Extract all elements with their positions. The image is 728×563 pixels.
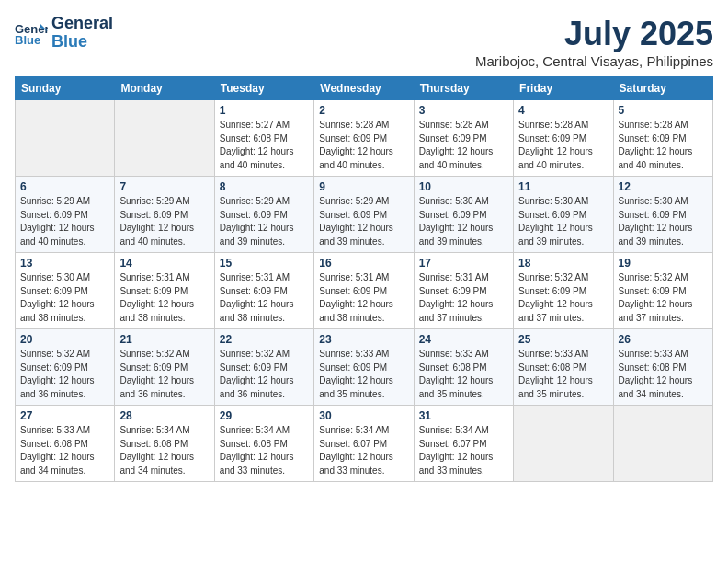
logo: General Blue General Blue bbox=[15, 15, 113, 52]
calendar-week-row: 27Sunrise: 5:33 AMSunset: 6:08 PMDayligh… bbox=[16, 406, 713, 482]
day-info: Sunrise: 5:28 AMSunset: 6:09 PMDaylight:… bbox=[419, 119, 508, 172]
calendar-cell bbox=[613, 406, 712, 482]
day-number: 9 bbox=[319, 180, 408, 193]
month-title: July 2025 bbox=[475, 15, 713, 53]
day-info: Sunrise: 5:32 AMSunset: 6:09 PMDaylight:… bbox=[220, 348, 309, 401]
day-info: Sunrise: 5:27 AMSunset: 6:08 PMDaylight:… bbox=[220, 119, 309, 172]
svg-text:Blue: Blue bbox=[15, 33, 40, 46]
day-info: Sunrise: 5:32 AMSunset: 6:09 PMDaylight:… bbox=[119, 348, 209, 401]
calendar-cell: 31Sunrise: 5:34 AMSunset: 6:07 PMDayligh… bbox=[414, 406, 513, 482]
day-info: Sunrise: 5:32 AMSunset: 6:09 PMDaylight:… bbox=[518, 271, 608, 325]
day-info: Sunrise: 5:32 AMSunset: 6:09 PMDaylight:… bbox=[20, 348, 109, 401]
day-number: 16 bbox=[319, 257, 408, 270]
calendar-cell: 15Sunrise: 5:31 AMSunset: 6:09 PMDayligh… bbox=[214, 253, 313, 329]
calendar-cell: 26Sunrise: 5:33 AMSunset: 6:08 PMDayligh… bbox=[613, 329, 712, 406]
day-info: Sunrise: 5:29 AMSunset: 6:09 PMDaylight:… bbox=[20, 195, 109, 248]
calendar-cell: 16Sunrise: 5:31 AMSunset: 6:09 PMDayligh… bbox=[314, 253, 414, 329]
day-info: Sunrise: 5:30 AMSunset: 6:09 PMDaylight:… bbox=[518, 195, 608, 248]
calendar-cell: 5Sunrise: 5:28 AMSunset: 6:09 PMDaylight… bbox=[613, 100, 712, 177]
day-number: 24 bbox=[419, 333, 508, 346]
logo-text: General Blue bbox=[51, 15, 113, 52]
calendar-cell: 30Sunrise: 5:34 AMSunset: 6:07 PMDayligh… bbox=[314, 406, 414, 482]
calendar-cell: 2Sunrise: 5:28 AMSunset: 6:09 PMDaylight… bbox=[314, 100, 414, 177]
day-number: 7 bbox=[119, 180, 209, 193]
calendar-cell: 28Sunrise: 5:34 AMSunset: 6:08 PMDayligh… bbox=[115, 406, 214, 482]
day-number: 22 bbox=[220, 333, 309, 346]
page-header: General Blue General Blue July 2025 Mari… bbox=[15, 15, 713, 69]
calendar-header-row: SundayMondayTuesdayWednesdayThursdayFrid… bbox=[16, 77, 713, 100]
day-number: 28 bbox=[119, 409, 209, 422]
day-number: 21 bbox=[119, 333, 209, 346]
calendar-cell: 21Sunrise: 5:32 AMSunset: 6:09 PMDayligh… bbox=[115, 329, 214, 406]
weekday-header: Friday bbox=[514, 77, 613, 100]
day-number: 13 bbox=[20, 257, 109, 270]
day-info: Sunrise: 5:31 AMSunset: 6:09 PMDaylight:… bbox=[119, 271, 209, 325]
day-info: Sunrise: 5:33 AMSunset: 6:08 PMDaylight:… bbox=[518, 348, 608, 401]
day-number: 27 bbox=[20, 409, 109, 422]
day-number: 31 bbox=[419, 409, 508, 422]
calendar-cell: 1Sunrise: 5:27 AMSunset: 6:08 PMDaylight… bbox=[214, 100, 313, 177]
day-number: 20 bbox=[20, 333, 109, 346]
calendar-week-row: 1Sunrise: 5:27 AMSunset: 6:08 PMDaylight… bbox=[16, 100, 713, 177]
day-info: Sunrise: 5:34 AMSunset: 6:08 PMDaylight:… bbox=[119, 424, 209, 477]
location-title: Maribojoc, Central Visayas, Philippines bbox=[475, 53, 713, 69]
calendar-cell bbox=[115, 100, 214, 177]
day-info: Sunrise: 5:28 AMSunset: 6:09 PMDaylight:… bbox=[319, 119, 408, 172]
day-number: 26 bbox=[619, 333, 708, 346]
weekday-header: Wednesday bbox=[314, 77, 414, 100]
calendar-week-row: 20Sunrise: 5:32 AMSunset: 6:09 PMDayligh… bbox=[16, 329, 713, 406]
day-info: Sunrise: 5:31 AMSunset: 6:09 PMDaylight:… bbox=[419, 271, 508, 325]
day-number: 1 bbox=[220, 104, 309, 117]
weekday-header: Sunday bbox=[16, 77, 115, 100]
day-number: 18 bbox=[518, 257, 608, 270]
day-info: Sunrise: 5:32 AMSunset: 6:09 PMDaylight:… bbox=[619, 271, 708, 325]
day-info: Sunrise: 5:30 AMSunset: 6:09 PMDaylight:… bbox=[619, 195, 708, 248]
day-info: Sunrise: 5:29 AMSunset: 6:09 PMDaylight:… bbox=[220, 195, 309, 248]
weekday-header: Monday bbox=[115, 77, 214, 100]
day-info: Sunrise: 5:29 AMSunset: 6:09 PMDaylight:… bbox=[119, 195, 209, 248]
calendar-cell: 12Sunrise: 5:30 AMSunset: 6:09 PMDayligh… bbox=[613, 177, 712, 253]
day-number: 30 bbox=[319, 409, 408, 422]
day-number: 17 bbox=[419, 257, 508, 270]
day-number: 10 bbox=[419, 180, 508, 193]
weekday-header: Saturday bbox=[613, 77, 712, 100]
day-number: 15 bbox=[220, 257, 309, 270]
calendar-cell: 25Sunrise: 5:33 AMSunset: 6:08 PMDayligh… bbox=[514, 329, 613, 406]
calendar-cell: 17Sunrise: 5:31 AMSunset: 6:09 PMDayligh… bbox=[414, 253, 513, 329]
day-number: 29 bbox=[220, 409, 309, 422]
day-number: 19 bbox=[619, 257, 708, 270]
day-info: Sunrise: 5:28 AMSunset: 6:09 PMDaylight:… bbox=[518, 119, 608, 172]
calendar-cell bbox=[16, 100, 115, 177]
day-info: Sunrise: 5:33 AMSunset: 6:08 PMDaylight:… bbox=[619, 348, 708, 401]
calendar-cell: 10Sunrise: 5:30 AMSunset: 6:09 PMDayligh… bbox=[414, 177, 513, 253]
calendar-cell: 24Sunrise: 5:33 AMSunset: 6:08 PMDayligh… bbox=[414, 329, 513, 406]
calendar-cell: 18Sunrise: 5:32 AMSunset: 6:09 PMDayligh… bbox=[514, 253, 613, 329]
day-info: Sunrise: 5:33 AMSunset: 6:08 PMDaylight:… bbox=[20, 424, 109, 477]
calendar-cell: 20Sunrise: 5:32 AMSunset: 6:09 PMDayligh… bbox=[16, 329, 115, 406]
day-info: Sunrise: 5:34 AMSunset: 6:08 PMDaylight:… bbox=[220, 424, 309, 477]
weekday-header: Thursday bbox=[414, 77, 513, 100]
day-number: 4 bbox=[518, 104, 608, 117]
calendar-cell: 9Sunrise: 5:29 AMSunset: 6:09 PMDaylight… bbox=[314, 177, 414, 253]
calendar-cell: 29Sunrise: 5:34 AMSunset: 6:08 PMDayligh… bbox=[214, 406, 313, 482]
day-info: Sunrise: 5:33 AMSunset: 6:08 PMDaylight:… bbox=[419, 348, 508, 401]
calendar-week-row: 6Sunrise: 5:29 AMSunset: 6:09 PMDaylight… bbox=[16, 177, 713, 253]
day-number: 2 bbox=[319, 104, 408, 117]
day-number: 14 bbox=[119, 257, 209, 270]
calendar-table: SundayMondayTuesdayWednesdayThursdayFrid… bbox=[15, 76, 713, 482]
calendar-cell: 13Sunrise: 5:30 AMSunset: 6:09 PMDayligh… bbox=[16, 253, 115, 329]
logo-icon: General Blue bbox=[15, 20, 48, 46]
day-number: 6 bbox=[20, 180, 109, 193]
day-info: Sunrise: 5:30 AMSunset: 6:09 PMDaylight:… bbox=[20, 271, 109, 325]
day-number: 23 bbox=[319, 333, 408, 346]
calendar-cell: 11Sunrise: 5:30 AMSunset: 6:09 PMDayligh… bbox=[514, 177, 613, 253]
calendar-cell: 19Sunrise: 5:32 AMSunset: 6:09 PMDayligh… bbox=[613, 253, 712, 329]
day-number: 5 bbox=[619, 104, 708, 117]
calendar-cell: 27Sunrise: 5:33 AMSunset: 6:08 PMDayligh… bbox=[16, 406, 115, 482]
calendar-cell: 14Sunrise: 5:31 AMSunset: 6:09 PMDayligh… bbox=[115, 253, 214, 329]
title-block: July 2025 Maribojoc, Central Visayas, Ph… bbox=[475, 15, 713, 69]
calendar-cell: 22Sunrise: 5:32 AMSunset: 6:09 PMDayligh… bbox=[214, 329, 313, 406]
day-number: 25 bbox=[518, 333, 608, 346]
day-number: 8 bbox=[220, 180, 309, 193]
day-info: Sunrise: 5:30 AMSunset: 6:09 PMDaylight:… bbox=[419, 195, 508, 248]
